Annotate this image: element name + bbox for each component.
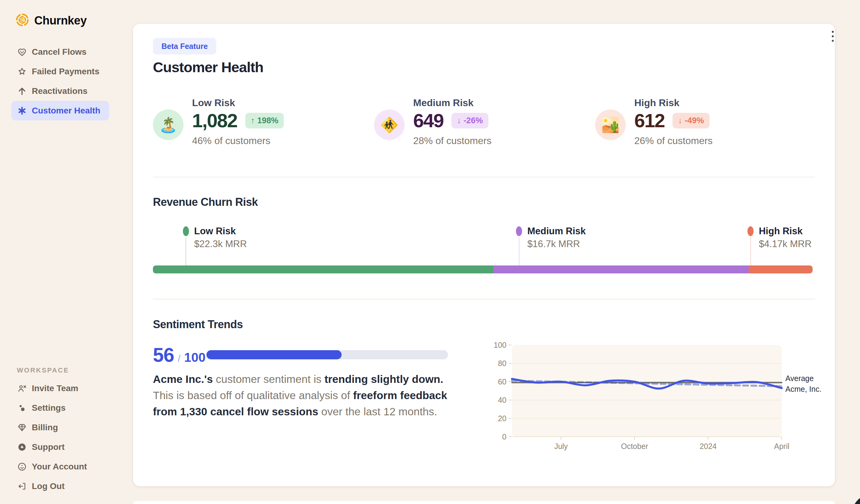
billing-gem-icon (17, 422, 27, 433)
desert-island-emoji: 🏝️ (153, 110, 184, 140)
star-icon (17, 66, 27, 77)
churn-segment-high-risk (749, 265, 813, 273)
invite-team-icon (17, 383, 27, 393)
svg-text:100: 100 (493, 341, 506, 349)
user-account-icon (17, 461, 27, 472)
svg-text:July: July (554, 442, 568, 450)
children-crossing-emoji: 🚸 (374, 110, 405, 140)
sentiment-score-separator: / (178, 353, 181, 364)
main-card: Beta Feature Customer Health 🏝️ Low Risk… (133, 24, 835, 486)
stat-card-low-risk: 🏝️ Low Risk 1,082 ↑ 198% 46% of customer… (153, 97, 284, 146)
svg-text:Average: Average (785, 374, 814, 383)
stat-share: 28% of customers (413, 135, 491, 146)
chat-launcher-button[interactable] (852, 494, 860, 504)
support-icon (17, 442, 27, 452)
sidebar-item-customer-health[interactable]: Customer Health (11, 101, 109, 120)
summary-text-part: This is based off of qualitative analysi… (153, 389, 353, 402)
svg-text:80: 80 (498, 359, 506, 368)
stat-value: 612 (634, 111, 664, 130)
settings-icon (17, 403, 27, 413)
arrow-up-icon (17, 86, 27, 96)
legend-connector (185, 237, 186, 265)
summary-text-part: over the last 12 months. (318, 405, 438, 418)
stat-label: High Risk (634, 97, 713, 109)
revenue-churn-title: Revenue Churn Risk (153, 196, 258, 208)
legend-mrr: $4.17k MRR (759, 239, 812, 249)
workspace-label: WORKSPACE (11, 366, 118, 374)
sentiment-title: Sentiment Trends (153, 318, 243, 331)
sidebar-item-your-account[interactable]: Your Account (11, 457, 118, 476)
sidebar-item-reactivations[interactable]: Reactivations (11, 81, 109, 101)
kebab-menu-button[interactable] (826, 28, 840, 45)
stat-delta-badge: ↓ -26% (452, 113, 488, 128)
app-logo[interactable]: Churnkey (15, 13, 87, 28)
sentiment-progress-bar (206, 350, 448, 359)
svg-text:0: 0 (502, 432, 506, 441)
stat-card-high-risk: 🏜️ High Risk 612 ↓ -49% 26% of customers (595, 97, 713, 146)
sidebar-item-label: Cancel Flows (32, 47, 87, 57)
sidebar-item-label: Your Account (32, 462, 87, 472)
sidebar-item-label: Customer Health (32, 106, 100, 116)
stat-card-medium-risk: 🚸 Medium Risk 649 ↓ -26% 28% of customer… (374, 97, 491, 146)
legend-dot-icon (516, 226, 522, 236)
asterisk-icon (17, 105, 27, 116)
sidebar-item-cancel-flows[interactable]: Cancel Flows (11, 42, 109, 62)
stat-label: Medium Risk (413, 97, 491, 109)
sidebar-item-label: Billing (32, 423, 58, 432)
sidebar-item-settings[interactable]: Settings (11, 398, 118, 418)
heart-icon (17, 47, 27, 57)
stat-share: 26% of customers (634, 135, 713, 146)
churn-segment-low-risk (153, 265, 493, 273)
legend-connector (519, 237, 520, 265)
sidebar-item-label: Support (32, 442, 64, 452)
summary-text-part: customer sentiment is (213, 373, 325, 385)
svg-text:60: 60 (498, 377, 506, 386)
arrow-down-icon: ↓ (457, 116, 461, 125)
kebab-menu-icon (828, 29, 838, 45)
sidebar-item-label: Failed Payments (32, 67, 99, 76)
divider (153, 177, 815, 177)
sidebar-item-billing[interactable]: Billing (11, 418, 118, 437)
svg-text:October: October (621, 442, 648, 450)
svg-text:April: April (774, 442, 789, 450)
sidebar-nav: Cancel Flows Failed Payments Reactivatio… (11, 42, 109, 120)
revenue-churn-chart: Low Risk $22.3k MRR Medium Risk $16.7k M… (153, 226, 813, 278)
legend-dot-icon (183, 226, 189, 236)
sidebar-item-invite-team[interactable]: Invite Team (11, 379, 118, 398)
summary-text-part: Acme Inc.'s (153, 373, 213, 385)
desert-emoji: 🏜️ (595, 110, 626, 140)
stat-delta-badge: ↓ -49% (673, 113, 710, 128)
sidebar-item-failed-payments[interactable]: Failed Payments (11, 62, 109, 81)
next-card-edge (133, 501, 835, 504)
sidebar-item-label: Reactivations (32, 86, 87, 96)
legend-label: Medium Risk (527, 226, 586, 237)
svg-text:40: 40 (498, 396, 506, 404)
sentiment-chart: 020406080100JulyOctober2024AprilAverageA… (489, 338, 832, 457)
legend-label: High Risk (759, 226, 803, 237)
svg-text:Acme, Inc.: Acme, Inc. (785, 385, 821, 393)
legend-mrr: $22.3k MRR (194, 239, 247, 249)
legend-connector (750, 237, 751, 265)
sidebar: Churnkey Cancel Flows Failed Payments Re… (0, 0, 133, 504)
divider (153, 299, 815, 299)
svg-text:2024: 2024 (700, 442, 717, 450)
churnkey-logo-icon (15, 13, 29, 28)
sidebar-item-label: Invite Team (32, 384, 78, 393)
sentiment-score-max: 100 (184, 350, 205, 365)
legend-label: Low Risk (194, 226, 236, 237)
stat-share: 46% of customers (192, 135, 284, 146)
sentiment-score-value: 56 (153, 344, 174, 366)
legend-mrr: $16.7k MRR (527, 239, 580, 249)
sidebar-item-log-out[interactable]: Log Out (11, 476, 118, 496)
workspace-section: WORKSPACE Invite Team Settings Billing S… (11, 366, 118, 496)
stat-value: 649 (413, 111, 443, 130)
sidebar-item-label: Log Out (32, 481, 64, 491)
sidebar-item-support[interactable]: Support (11, 437, 118, 457)
churn-segment-medium-risk (493, 265, 749, 273)
sentiment-progress-fill (206, 350, 342, 359)
stat-value: 1,082 (192, 111, 237, 130)
sentiment-summary: Acme Inc.'s customer sentiment is trendi… (153, 371, 467, 420)
arrow-up-icon: ↑ (251, 116, 255, 125)
page-title: Customer Health (153, 59, 263, 75)
churn-stacked-bar (153, 265, 813, 273)
